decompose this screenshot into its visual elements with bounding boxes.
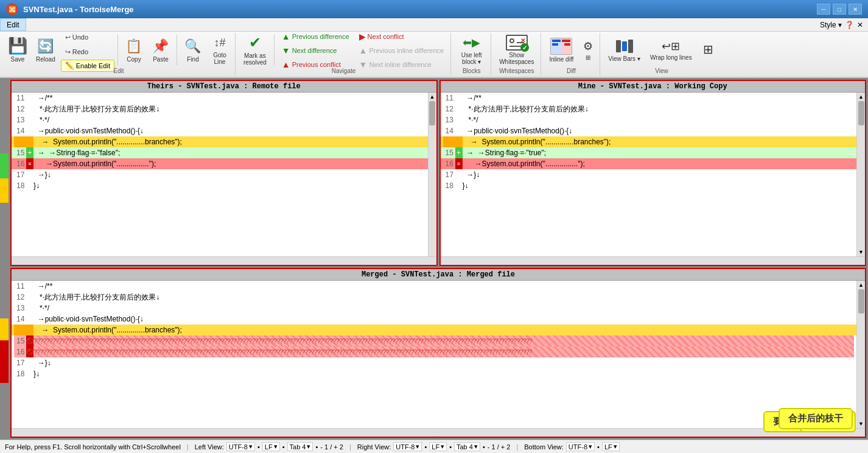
- diff-options-button[interactable]: ⚙ ⊞: [579, 33, 597, 67]
- redo-button[interactable]: ↪ Redo: [61, 45, 93, 58]
- mine-line-14: 14 →public·void·svnTestMethod()·{↓: [441, 125, 857, 136]
- merged-hscrollbar[interactable]: [12, 428, 865, 437]
- theirs-vscrollbar[interactable]: ▲ ▼: [428, 93, 436, 256]
- close-button[interactable]: ✕: [849, 4, 862, 15]
- left-eol-dropdown[interactable]: LF ▾: [262, 442, 280, 451]
- merged-line-yellow: → System.out.println("..............bran…: [12, 325, 856, 335]
- mine-panel: Mine - SVNTest.java : Working Copy 11 →/…: [439, 80, 867, 266]
- maximize-button[interactable]: □: [833, 4, 846, 15]
- merged-line-14: 14 →public·void·svnTestMethod()·{↓: [12, 314, 856, 325]
- merged-line-11: 11 →/**: [12, 281, 856, 292]
- right-tab-dropdown[interactable]: Tab 4 ▾: [454, 442, 480, 451]
- style-menu[interactable]: Style ▾: [820, 21, 842, 29]
- right-encoding-dropdown[interactable]: UTF-8 ▾: [393, 442, 422, 451]
- next-conflict-button[interactable]: ▶ Next conflict: [355, 30, 449, 43]
- view-more-button[interactable]: ⊞: [698, 33, 719, 67]
- mine-line-12: 12 *·此方法用于,比较打分支前后的效果↓: [441, 104, 857, 114]
- theirs-hscrollbar[interactable]: [12, 256, 436, 265]
- merged-line-16: 16 🚫 ???????????????????????????????????…: [12, 346, 856, 357]
- mark-resolved-button[interactable]: ✔ Mark asresolved: [239, 33, 271, 67]
- goto-line-button[interactable]: ↕# GotoLine: [207, 33, 233, 67]
- minimize-button[interactable]: ─: [817, 4, 830, 15]
- paste-button[interactable]: 📌 Paste: [148, 33, 173, 67]
- view-bars-button[interactable]: View Bars ▾: [604, 33, 645, 67]
- find-button[interactable]: 🔍 Find: [180, 33, 206, 67]
- theirs-line-13: 13 *·*/: [12, 114, 428, 125]
- prev-inline-button[interactable]: ▲ Previous inline difference: [355, 44, 449, 57]
- inline-diff-button[interactable]: Inline diff: [545, 33, 578, 67]
- theirs-line-17: 17 →}↓: [12, 169, 428, 180]
- use-left-block-button[interactable]: ⬅▶ Use leftblock ▾: [455, 33, 488, 67]
- merged-vscrollbar[interactable]: ▲ ▼: [856, 281, 865, 428]
- theirs-line-yellow: → System.out.println("..............bran…: [12, 136, 428, 147]
- theirs-line-16: 16 ≡ →System.out.println("..............…: [12, 158, 428, 169]
- mine-line-17: 17 →}↓: [441, 169, 857, 180]
- save-button[interactable]: 💾 Save: [5, 33, 30, 67]
- merged-header: Merged - SVNTest.java : Merged file: [12, 269, 865, 281]
- mine-hscrollbar[interactable]: [441, 256, 866, 265]
- reload-button[interactable]: 🔄 Reload: [32, 33, 60, 67]
- menu-edit[interactable]: Edit: [0, 18, 26, 31]
- merged-panel: Merged - SVNTest.java : Merged file 11 →…: [10, 268, 866, 438]
- theirs-header: Theirs - SVNTest.java : Remote file: [12, 81, 436, 93]
- bottom-view-status: Bottom View: UTF-8 ▾ • LF ▾: [524, 442, 619, 451]
- theirs-line-18: 18 }↓: [12, 180, 428, 191]
- mine-line-16: 16 ≡ →System.out.println("..............…: [441, 158, 857, 169]
- right-view-status: Right View: UTF-8 ▾ • LF ▾ • Tab 4 ▾ • -…: [357, 442, 511, 451]
- mine-line-yellow: → System.out.println("..............bran…: [441, 136, 857, 147]
- bottom-encoding-dropdown[interactable]: UTF-8 ▾: [566, 442, 595, 451]
- mine-header: Mine - SVNTest.java : Working Copy: [441, 81, 866, 93]
- help-text: For Help, press F1. Scroll horizontally …: [5, 443, 181, 451]
- next-difference-button[interactable]: ▼ Next difference: [278, 44, 354, 57]
- wrap-lines-button[interactable]: ↩⊞ Wrap long lines: [646, 33, 696, 67]
- app-icon: 🔀: [6, 3, 18, 15]
- merged-line-13: 13 *·*/: [12, 303, 856, 314]
- bottom-eol-dropdown[interactable]: LF ▾: [602, 442, 620, 451]
- theirs-panel: Theirs - SVNTest.java : Remote file 11 →…: [10, 80, 438, 266]
- main-content: Theirs - SVNTest.java : Remote file 11 →…: [0, 78, 868, 440]
- help-button[interactable]: ❓: [845, 21, 854, 29]
- theirs-line-11: 11 →/**: [12, 93, 428, 104]
- window-title: SVNTest.java - TortoiseMerge: [23, 5, 134, 14]
- mine-line-11: 11 →/**: [441, 93, 857, 104]
- merged-callout: 合并后的枝干: [779, 408, 853, 429]
- show-whitespaces-button[interactable]: ✓ ✕ ShowWhitespaces: [495, 33, 538, 67]
- theirs-line-14: 14 →public·void·svnTestMethod()·{↓: [12, 125, 428, 136]
- theirs-line-12: 12 *·此方法用于,比较打分支前后的效果↓: [12, 104, 428, 114]
- left-tab-dropdown[interactable]: Tab 4 ▾: [287, 442, 313, 451]
- prev-difference-button[interactable]: ▲ Previous difference: [278, 30, 354, 43]
- toolbar: 💾 Save 🔄 Reload ↩ Undo ↪ Redo ✏️ Enable …: [0, 32, 868, 78]
- title-bar: 🔀 SVNTest.java - TortoiseMerge ─ □ ✕: [0, 0, 868, 18]
- merged-line-17: 17 →}↓: [12, 357, 856, 368]
- mine-line-13: 13 *·*/: [441, 114, 857, 125]
- menu-close[interactable]: ✕: [857, 21, 863, 29]
- undo-button[interactable]: ↩ Undo: [61, 30, 93, 44]
- left-view-status: Left View: UTF-8 ▾ • LF ▾ • Tab 4 ▾ • - …: [195, 442, 343, 451]
- status-bar: For Help, press F1. Scroll horizontally …: [0, 440, 868, 453]
- merged-line-15: 15 🚫 ???????????????????????????????????…: [12, 335, 856, 346]
- copy-button[interactable]: 📋 Copy: [121, 33, 147, 67]
- theirs-line-15: 15 + → →String·flag·=·"false";: [12, 147, 428, 158]
- left-encoding-dropdown[interactable]: UTF-8 ▾: [226, 442, 255, 451]
- right-eol-dropdown[interactable]: LF ▾: [429, 442, 447, 451]
- merged-line-12: 12 *·此方法用于,比较打分支前后的效果↓: [12, 292, 856, 303]
- mine-line-18: 18 }↓: [441, 180, 857, 191]
- mine-line-15: 15 + → →String·flag·=·"true";: [441, 147, 857, 158]
- mine-vscrollbar[interactable]: ▲ ▼: [856, 93, 865, 256]
- merged-line-18: 18 }↓: [12, 368, 856, 379]
